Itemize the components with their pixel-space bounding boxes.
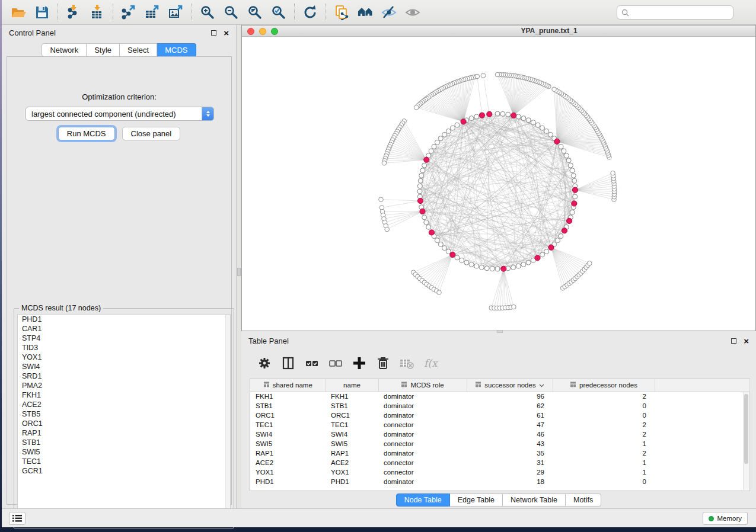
table-row[interactable]: STB1STB1dominator620 [250, 401, 749, 411]
cell-shared-name: ORC1 [250, 411, 326, 420]
float-panel-icon[interactable] [211, 30, 216, 36]
splitter-handle[interactable] [237, 268, 241, 276]
result-node-item[interactable]: SWI5 [18, 447, 230, 457]
cell-successor-nodes: 46 [467, 430, 553, 439]
show-all-icon[interactable] [401, 2, 425, 23]
criterion-value: largest connected component (undirected) [26, 110, 202, 118]
export-table-icon[interactable] [141, 2, 164, 23]
tab-motifs[interactable]: Motifs [566, 493, 601, 507]
result-node-item[interactable]: TID3 [18, 343, 230, 352]
table-row[interactable]: FKH1FKH1dominator962 [250, 392, 749, 401]
cell-MCDS-role: dominator [378, 401, 467, 411]
result-node-item[interactable]: TEC1 [18, 457, 230, 466]
delete-icon[interactable] [374, 354, 392, 372]
cell- [655, 392, 749, 401]
show-panels-button[interactable] [9, 512, 25, 525]
result-node-item[interactable]: ACE2 [18, 400, 230, 409]
result-node-item[interactable]: STP4 [18, 334, 230, 343]
result-node-item[interactable]: STB5 [18, 409, 230, 419]
close-panel-button[interactable]: Close panel [122, 127, 181, 140]
cell-successor-nodes: 96 [467, 392, 553, 401]
cell-MCDS-role: dominator [378, 411, 467, 420]
cell- [655, 439, 749, 448]
mcds-result-list: PHD1CAR1STP4TID3YOX1SWI4SRD1PMA2FKH1ACE2… [17, 314, 231, 525]
tab-network[interactable]: Network [42, 43, 87, 57]
table-row[interactable]: ACE2ACE2connector311 [250, 458, 749, 467]
result-node-item[interactable]: SWI4 [18, 362, 230, 371]
table-row[interactable]: ORC1ORC1dominator610 [250, 411, 749, 420]
clone-network-icon[interactable] [330, 2, 353, 23]
close-window-icon[interactable] [247, 28, 254, 35]
control-panel-titlebar: Control Panel × [2, 25, 236, 40]
column-header-name[interactable]: name [326, 379, 378, 392]
result-node-item[interactable]: YOX1 [18, 352, 230, 362]
zoom-window-icon[interactable] [271, 28, 278, 35]
search-input[interactable] [631, 7, 733, 18]
table-row[interactable]: PHD1PHD1dominator180 [250, 477, 749, 486]
first-neighbors-icon[interactable] [353, 2, 377, 23]
vertical-splitter[interactable] [237, 25, 241, 508]
tab-style[interactable]: Style [87, 43, 120, 57]
window-controls [247, 28, 278, 35]
criterion-select[interactable]: largest connected component (undirected) [25, 107, 214, 121]
refresh-icon[interactable] [298, 2, 322, 23]
save-session-icon[interactable] [30, 2, 54, 23]
table-row[interactable]: SWI5SWI5connector431 [250, 439, 749, 448]
tab-node-table[interactable]: Node Table [396, 493, 450, 507]
result-node-item[interactable]: STB1 [18, 438, 230, 447]
deselect-all-icon[interactable] [327, 354, 344, 372]
column-header-shared-name[interactable]: shared name [250, 379, 326, 392]
table-row[interactable]: RAP1RAP1dominator352 [250, 448, 749, 458]
import-network-icon[interactable] [62, 2, 85, 23]
column-header-successor-nodes[interactable]: successor nodes [467, 379, 553, 392]
export-image-icon[interactable] [164, 2, 188, 23]
application-window: Control Panel × NetworkStyleSelectMCDS O… [2, 0, 756, 527]
column-header-MCDS-role[interactable]: MCDS role [378, 379, 467, 392]
network-window-titlebar: YPA_prune.txt_1 [242, 25, 755, 37]
cell-predecessor-nodes: 2 [553, 420, 655, 430]
tab-network-table[interactable]: Network Table [503, 493, 566, 507]
network-canvas[interactable] [242, 37, 755, 331]
run-mcds-button[interactable]: Run MCDS [58, 127, 115, 140]
result-node-item[interactable]: PMA2 [18, 381, 230, 390]
table-scrollbar-thumb[interactable] [744, 394, 748, 464]
result-list-scrollbar[interactable] [225, 315, 230, 524]
zoom-fit-icon[interactable] [243, 2, 267, 23]
result-node-item[interactable]: RAP1 [18, 428, 230, 438]
hide-selected-icon[interactable] [377, 2, 401, 23]
cell-successor-nodes: 62 [467, 401, 553, 411]
optimization-criterion-label: Optimization criterion: [7, 92, 231, 101]
result-node-item[interactable]: CAR1 [18, 324, 230, 334]
toolbar-separator [326, 4, 326, 21]
open-file-icon[interactable] [7, 2, 30, 23]
shared-column-icon [570, 382, 576, 389]
import-table-icon[interactable] [85, 2, 109, 23]
tab-mcds[interactable]: MCDS [157, 43, 196, 57]
result-node-item[interactable]: ORC1 [18, 419, 230, 428]
memory-button[interactable]: Memory [703, 512, 748, 525]
select-all-icon[interactable] [303, 354, 321, 372]
result-node-item[interactable]: PHD1 [18, 315, 230, 324]
tab-edge-table[interactable]: Edge Table [450, 493, 503, 507]
export-network-icon[interactable] [117, 2, 141, 23]
table-row[interactable]: YOX1YOX1connector291 [250, 467, 749, 477]
horizontal-splitter-handle[interactable] [497, 330, 503, 333]
result-node-item[interactable]: SRD1 [18, 371, 230, 381]
result-node-item[interactable]: FKH1 [18, 390, 230, 400]
cell-name: FKH1 [326, 392, 378, 401]
add-icon[interactable] [350, 354, 368, 372]
gear-icon[interactable] [256, 354, 273, 372]
result-node-item[interactable]: GCR1 [18, 466, 230, 476]
float-table-panel-icon[interactable] [731, 338, 736, 344]
close-table-panel-icon[interactable]: × [744, 338, 749, 344]
table-row[interactable]: TEC1TEC1connector472 [250, 420, 749, 430]
columns-icon[interactable] [279, 354, 297, 372]
zoom-in-icon[interactable] [196, 2, 219, 23]
zoom-out-icon[interactable] [219, 2, 243, 23]
zoom-selected-icon[interactable] [267, 2, 291, 23]
close-panel-icon[interactable]: × [224, 30, 229, 36]
tab-select[interactable]: Select [120, 43, 157, 57]
column-header-predecessor-nodes[interactable]: predecessor nodes [553, 379, 655, 392]
minimize-window-icon[interactable] [259, 28, 266, 35]
table-row[interactable]: SWI4SWI4dominator462 [250, 430, 749, 439]
